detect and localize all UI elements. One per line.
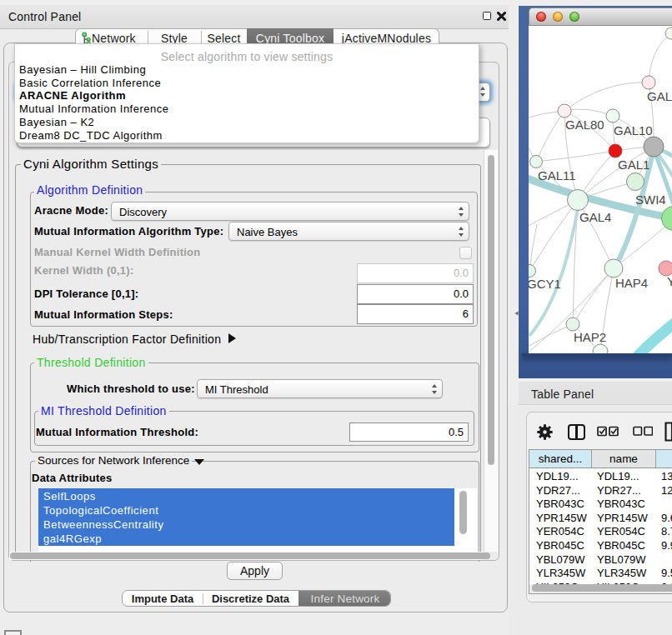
svg-text:HAP2: HAP2 — [574, 330, 606, 344]
svg-text:Y: Y — [667, 274, 672, 288]
svg-text:SWI4: SWI4 — [635, 192, 666, 207]
svg-text:GAL4: GAL4 — [579, 210, 611, 224]
svg-text:GAL2: GAL2 — [647, 89, 672, 103]
svg-text:GCY1: GCY1 — [529, 277, 561, 291]
svg-text:GAL80: GAL80 — [565, 118, 604, 132]
svg-text:GAL11: GAL11 — [538, 168, 576, 182]
svg-text:GAL10: GAL10 — [614, 123, 653, 138]
svg-text:HAP4: HAP4 — [615, 276, 648, 290]
svg-text:GAL1: GAL1 — [618, 158, 649, 172]
